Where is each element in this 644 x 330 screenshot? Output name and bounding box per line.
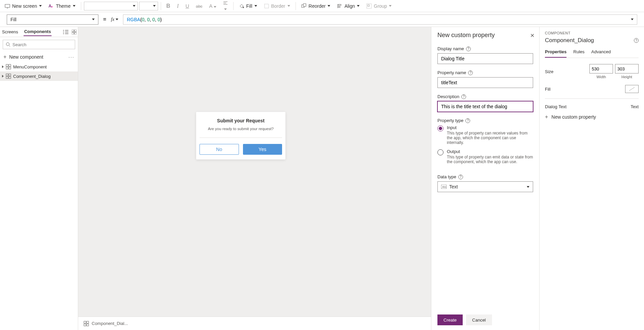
plus-icon: + [545,114,548,120]
tree-item-menucomponent[interactable]: MenuComponent [0,62,78,71]
property-name-input[interactable] [437,77,533,88]
svg-rect-22 [6,77,8,79]
svg-rect-19 [9,67,11,69]
svg-rect-20 [6,74,8,76]
separator [233,2,234,10]
dialog-no-button[interactable]: No [200,144,239,155]
border-label: Border [271,3,285,9]
chevron-down-icon [73,5,75,7]
radio-input-desc: This type of property can receive values… [447,131,533,145]
chevron-right-icon [2,65,4,68]
new-component-label: New component [9,54,43,60]
formula-input[interactable]: RGBA(0, 0, 0, 0) [123,14,637,25]
data-type-label: Data type [437,174,456,179]
tab-properties[interactable]: Properties [545,49,566,58]
bucket-icon [239,3,244,9]
separator [81,2,81,10]
chevron-down-icon [39,5,42,7]
create-button[interactable]: Create [437,314,463,325]
chevron-down-icon [92,19,95,20]
size-label: Size [545,69,553,74]
component-icon [84,321,89,326]
close-button[interactable]: ✕ [530,32,534,39]
italic-button[interactable]: I [174,2,181,10]
property-name: Fill [10,17,17,22]
width-sublabel: Width [596,75,606,79]
svg-rect-21 [9,74,11,76]
reorder-icon [301,3,307,9]
tree-item-component-dialog[interactable]: Component_Dialog [0,71,78,81]
radio-output[interactable]: Output This type of property can emit da… [437,149,533,164]
svg-rect-8 [338,6,340,7]
chevron-down-icon [389,5,392,7]
grid-view-icon[interactable] [72,30,76,34]
property-selector[interactable]: Fill [7,14,98,25]
group-icon [366,3,372,9]
fill-button[interactable]: Fill [236,2,260,10]
svg-point-3 [243,7,244,8]
fill-swatch[interactable] [625,85,639,93]
dialog-text-prop-label[interactable]: Dialog Text [545,104,566,109]
canvas-area[interactable]: Submit your Request Are you ready to sub… [78,27,431,317]
reorder-button[interactable]: Reorder [299,2,333,10]
description-input[interactable] [437,101,533,112]
tab-screens[interactable]: Screens [1,28,19,36]
width-input[interactable] [589,64,613,73]
radio-output-label: Output [447,149,533,154]
font-family-select[interactable] [84,2,138,10]
tab-components[interactable]: Components [24,28,52,36]
font-color-button[interactable]: A [207,2,219,10]
search-box[interactable] [3,40,75,49]
data-type-select[interactable]: Abc Text [437,181,533,192]
radio-circle-checked[interactable] [437,125,443,131]
strikethrough-button[interactable]: abc [193,2,205,10]
theme-button[interactable]: Aa Theme [46,2,78,10]
radio-input[interactable]: Input This type of property can receive … [437,125,533,145]
component-icon [6,64,11,69]
height-input[interactable] [615,64,639,73]
tab-rules[interactable]: Rules [573,49,584,58]
svg-rect-18 [6,67,8,69]
breadcrumb-text[interactable]: Component_Dial... [92,321,128,326]
align-button[interactable]: Align [334,2,362,10]
dialog-component[interactable]: Submit your Request Are you ready to sub… [196,112,285,159]
border-button[interactable]: Border [261,2,293,10]
app-toolbar: New screen Aa Theme B I U abc A Fill Bor… [0,0,644,12]
help-icon[interactable]: ? [634,38,639,43]
group-button[interactable]: Group [364,2,394,10]
svg-rect-9 [367,4,371,8]
fx-button[interactable]: fx [111,17,118,22]
tree-view-panel: Screens Components + New component ··· M… [0,27,78,330]
search-icon [6,42,10,47]
help-icon[interactable]: ? [468,70,473,75]
search-input[interactable] [12,42,72,47]
svg-rect-6 [303,4,306,6]
font-size-select[interactable] [139,2,158,10]
help-icon[interactable]: ? [461,94,466,99]
tab-advanced[interactable]: Advanced [591,49,611,58]
new-component-button[interactable]: + New component ··· [0,52,78,62]
help-icon[interactable]: ? [458,175,463,179]
svg-rect-16 [6,64,8,66]
dialog-yes-button[interactable]: Yes [243,144,282,155]
help-icon[interactable]: ? [465,118,470,123]
dialog-text-prop-type[interactable]: Text [631,104,639,109]
more-menu-button[interactable]: ··· [68,54,74,60]
chevron-down-icon [133,5,135,7]
radio-circle[interactable] [437,149,443,155]
list-view-icon[interactable] [63,30,68,34]
underline-button[interactable]: U [183,2,192,10]
property-name-label: Property name [437,70,466,75]
svg-rect-27 [87,324,89,326]
text-type-icon: Abc [441,185,447,189]
cancel-button[interactable]: Cancel [466,314,492,325]
new-screen-button[interactable]: New screen [2,2,44,10]
help-icon[interactable]: ? [466,47,471,51]
align-text-button[interactable] [220,0,231,12]
bold-button[interactable]: B [164,2,173,10]
align-obj-icon [337,3,342,9]
svg-rect-25 [87,321,89,323]
new-custom-property-button[interactable]: + New custom property [545,114,639,120]
display-name-input[interactable] [437,53,533,64]
svg-rect-0 [5,4,10,7]
